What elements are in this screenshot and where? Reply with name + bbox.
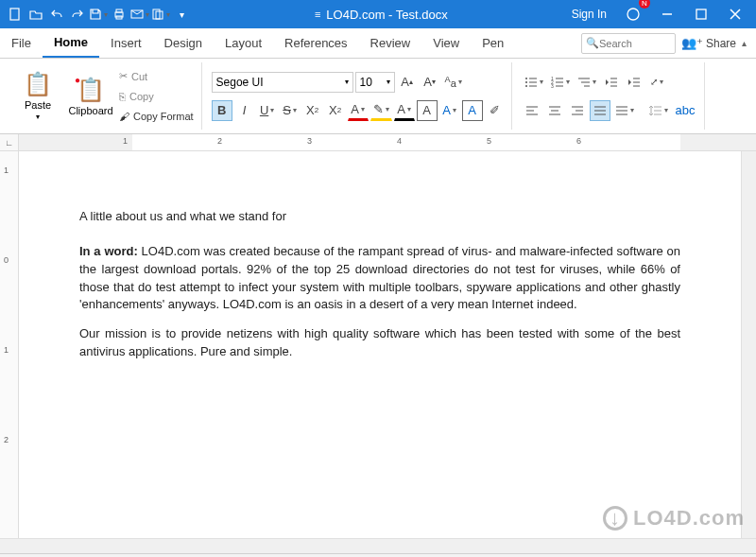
share-label: Share [706,37,736,50]
collapse-ribbon-icon[interactable]: ▴ [742,38,747,48]
font-color-button[interactable]: A [348,100,369,121]
clear-formatting-button[interactable]: ✐ [485,100,506,121]
shrink-font-button[interactable]: A▾ [420,72,440,93]
qat-more-icon[interactable]: ▾ [172,5,191,24]
subscript-button[interactable]: X2 [302,100,323,121]
svg-rect-2 [116,9,122,12]
bold-button[interactable]: B [212,100,232,121]
close-button[interactable] [722,1,748,27]
paste-button[interactable]: 📋 Paste ▾ [11,62,64,130]
svg-point-12 [525,81,527,83]
grow-font-button[interactable]: A▴ [397,72,418,93]
window-title: ≡ LO4D.com - Test.docx [197,8,566,22]
maximize-button[interactable] [688,1,714,27]
ruler-mark: 3 [307,136,312,146]
search-box[interactable]: 🔍 [581,33,676,54]
new-doc-icon[interactable] [6,5,25,24]
strikethrough-button[interactable]: S [280,100,301,121]
underline-button[interactable]: U [257,100,278,121]
align-left-button[interactable] [522,100,542,121]
increase-indent-button[interactable] [624,72,644,93]
doc-paragraph-2[interactable]: Our mission is to provide netizens with … [79,325,680,361]
tab-file[interactable]: File [0,28,43,58]
ruler-mark: 2 [4,435,9,444]
paste-icon: 📋 [24,71,52,97]
redo-icon[interactable] [68,5,87,24]
tab-design[interactable]: Design [153,28,214,58]
share-icon: 👥⁺ [681,36,703,50]
doc-paragraph-1[interactable]: In a word: LO4D.com was created because … [79,243,680,314]
numbering-button[interactable]: 123 [548,72,573,93]
tab-references[interactable]: References [273,28,358,58]
copy-button[interactable]: ⎘Copy [117,87,196,106]
align-right-button[interactable] [567,100,588,121]
expand-ribbon-button[interactable]: ⤢ [646,72,667,93]
doc-subtitle[interactable]: A little about us and what we stand for [79,208,680,226]
cut-icon: ✂ [119,70,128,82]
shading-button[interactable]: A [394,100,415,121]
print-icon[interactable] [110,5,129,24]
font-size-select[interactable]: 10▾ [355,72,395,93]
bullets-button[interactable] [522,72,546,93]
ruler-mark: 6 [576,136,581,146]
notification-badge: N [639,0,650,9]
clipboard-label: Clipboard [68,105,112,116]
ruler-mark: 2 [217,136,222,146]
tab-insert[interactable]: Insert [99,28,153,58]
clipboard-icon: 📋● [77,77,105,103]
copy-format-icon: 🖌 [119,111,129,122]
tab-pen[interactable]: Pen [471,28,515,58]
search-icon: 🔍 [586,37,599,49]
share-button[interactable]: 👥⁺ Share [681,36,736,50]
copy-format-button[interactable]: 🖌Copy Format [117,107,196,126]
line-spacing-button[interactable] [646,100,671,121]
scrollbar-horizontal[interactable] [0,538,756,553]
tab-review[interactable]: Review [359,28,422,58]
svg-text:3: 3 [551,83,554,89]
decrease-indent-button[interactable] [601,72,622,93]
paste-label: Paste [25,99,51,111]
svg-point-14 [525,85,527,87]
align-justify-button[interactable] [590,100,610,121]
tab-layout[interactable]: Layout [214,28,273,58]
highlight-button[interactable]: ✎ [370,100,392,121]
ruler-mark: 5 [487,136,491,146]
text-effects-button[interactable]: A [439,100,460,121]
char-border-button[interactable]: A [417,100,438,121]
document-area[interactable]: A little about us and what we stand for … [19,151,741,538]
sign-in-button[interactable]: Sign In [566,8,612,21]
open-icon[interactable] [26,5,45,24]
mail-icon[interactable] [130,5,149,24]
ruler-vertical[interactable]: 1 0 1 2 [0,151,19,538]
menubar: File Home Insert Design Layout Reference… [0,28,756,59]
ruler-corner: ∟ [0,134,19,150]
tab-home[interactable]: Home [43,28,99,58]
clipboard-button[interactable]: 📋● Clipboard [64,62,117,130]
minimize-button[interactable] [654,1,680,27]
change-case-button[interactable]: Aa [442,72,465,93]
cut-button[interactable]: ✂Cut [117,67,196,86]
align-center-button[interactable] [544,100,565,121]
export-icon[interactable] [151,5,170,24]
font-family-select[interactable]: Segoe UI▾ [212,72,353,93]
notification-icon[interactable]: N [620,1,646,27]
ruler-horizontal[interactable]: ∟ 1 2 3 4 5 6 [0,134,756,151]
svg-rect-0 [10,9,19,20]
undo-icon[interactable] [47,5,66,24]
superscript-button[interactable]: X2 [325,100,346,121]
tab-view[interactable]: View [421,28,471,58]
search-input[interactable] [599,38,665,49]
page[interactable]: A little about us and what we stand for … [68,170,692,384]
font-box-button[interactable]: A [462,100,483,121]
statusbar: Page 1/1 100 word(s) 598 character(s) En… [0,553,756,557]
ruler-mark: 1 [4,165,9,175]
multilevel-list-button[interactable] [575,72,599,93]
scrollbar-vertical[interactable] [741,151,756,538]
align-distributed-button[interactable] [612,100,637,121]
show-marks-button[interactable]: abc [673,100,698,121]
ruler-mark: 1 [4,345,9,355]
italic-button[interactable]: I [234,100,255,121]
ribbon: 📋 Paste ▾ 📋● Clipboard ✂Cut ⎘Copy 🖌Copy … [0,59,756,134]
save-icon[interactable] [89,5,108,24]
workspace: 1 0 1 2 A little about us and what we st… [0,151,756,538]
